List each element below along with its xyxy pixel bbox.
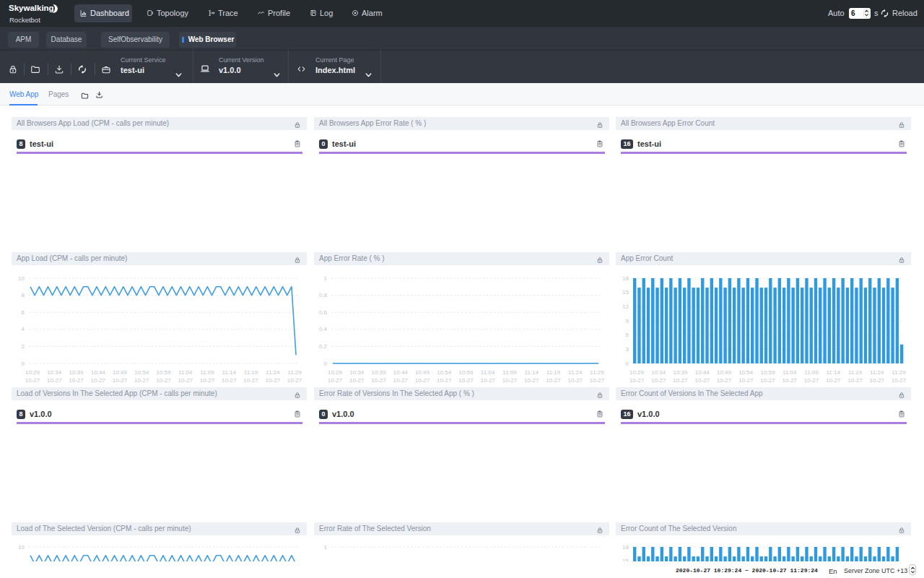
svg-text:10-27: 10-27	[651, 377, 666, 384]
svg-text:6: 6	[22, 309, 25, 316]
svg-text:10-27: 10-27	[892, 377, 907, 384]
svg-text:10-27: 10-27	[415, 377, 430, 384]
svg-text:10:29: 10:29	[629, 369, 645, 376]
svg-text:10-27: 10-27	[287, 377, 302, 384]
svg-text:0.4: 0.4	[319, 326, 328, 332]
svg-text:10-27: 10-27	[568, 377, 583, 384]
svg-text:10-27: 10-27	[590, 377, 605, 384]
svg-text:11:09: 11:09	[804, 369, 819, 376]
svg-text:10-27: 10-27	[156, 377, 171, 384]
svg-text:0.8: 0.8	[319, 292, 328, 298]
svg-text:10:54: 10:54	[134, 369, 149, 376]
svg-text:10-27: 10-27	[695, 377, 710, 384]
svg-text:11:04: 11:04	[783, 369, 797, 376]
svg-text:11:14: 11:14	[524, 369, 539, 376]
svg-text:10:54: 10:54	[738, 369, 754, 376]
svg-text:0: 0	[626, 361, 629, 367]
svg-text:10:29: 10:29	[25, 369, 40, 376]
svg-text:11:19: 11:19	[848, 369, 863, 376]
svg-text:10:59: 10:59	[760, 369, 775, 376]
svg-text:10-27: 10-27	[481, 377, 496, 384]
svg-text:10:59: 10:59	[458, 369, 474, 376]
svg-text:8: 8	[22, 292, 25, 298]
svg-text:11:04: 11:04	[481, 369, 495, 376]
svg-text:10:34: 10:34	[47, 369, 62, 376]
svg-text:10:49: 10:49	[415, 369, 430, 376]
svg-text:18: 18	[622, 544, 629, 551]
svg-text:10-27: 10-27	[629, 377, 645, 384]
svg-text:11:29: 11:29	[892, 369, 906, 376]
svg-text:10-27: 10-27	[266, 377, 281, 384]
svg-text:11:24: 11:24	[568, 369, 583, 376]
svg-text:10-27: 10-27	[25, 377, 40, 384]
svg-text:3: 3	[626, 346, 629, 353]
svg-text:10-27: 10-27	[738, 377, 754, 384]
svg-text:10-27: 10-27	[178, 377, 193, 384]
svg-text:10-27: 10-27	[243, 377, 258, 384]
svg-text:11:19: 11:19	[244, 369, 258, 376]
svg-text:10-27: 10-27	[673, 377, 688, 384]
svg-text:10-27: 10-27	[437, 377, 452, 384]
svg-text:11:09: 11:09	[502, 369, 517, 376]
svg-text:10:29: 10:29	[328, 369, 343, 376]
svg-text:10:39: 10:39	[69, 369, 84, 376]
svg-text:10-27: 10-27	[91, 377, 106, 384]
svg-text:11:09: 11:09	[200, 369, 214, 376]
svg-text:10:39: 10:39	[673, 369, 688, 376]
svg-text:10-27: 10-27	[349, 377, 365, 384]
svg-text:10:34: 10:34	[651, 369, 666, 376]
svg-text:11:29: 11:29	[590, 369, 604, 376]
svg-text:10-27: 10-27	[826, 377, 841, 384]
svg-text:11:29: 11:29	[287, 369, 302, 376]
svg-text:12: 12	[622, 303, 629, 310]
svg-text:11:19: 11:19	[546, 369, 561, 376]
svg-text:6: 6	[626, 332, 629, 338]
svg-text:10-27: 10-27	[760, 377, 775, 384]
svg-text:10-27: 10-27	[546, 377, 561, 384]
svg-text:10:54: 10:54	[437, 369, 452, 376]
svg-text:10-27: 10-27	[134, 377, 149, 384]
svg-text:11:14: 11:14	[222, 369, 236, 376]
svg-text:10: 10	[18, 275, 25, 282]
svg-text:1: 1	[324, 544, 328, 551]
svg-text:10-27: 10-27	[502, 377, 518, 384]
svg-text:11:24: 11:24	[870, 369, 884, 376]
svg-text:10-27: 10-27	[458, 377, 474, 384]
svg-text:10-27: 10-27	[393, 377, 409, 384]
svg-text:0.2: 0.2	[319, 343, 328, 350]
svg-text:10:44: 10:44	[91, 369, 106, 376]
svg-text:10-27: 10-27	[783, 377, 798, 384]
svg-text:10-27: 10-27	[870, 377, 885, 384]
svg-text:10:49: 10:49	[113, 369, 128, 376]
svg-text:10-27: 10-27	[371, 377, 386, 384]
svg-text:10-27: 10-27	[847, 377, 863, 384]
svg-text:10-27: 10-27	[69, 377, 84, 384]
svg-text:10:39: 10:39	[371, 369, 386, 376]
svg-text:11:04: 11:04	[178, 369, 193, 376]
svg-text:10-27: 10-27	[804, 377, 819, 384]
svg-text:10:34: 10:34	[349, 369, 365, 376]
svg-text:10-27: 10-27	[113, 377, 128, 384]
svg-text:10:59: 10:59	[156, 369, 171, 376]
svg-text:10-27: 10-27	[200, 377, 215, 384]
svg-text:2: 2	[22, 343, 25, 350]
svg-text:4: 4	[22, 326, 25, 332]
svg-text:10-27: 10-27	[47, 377, 62, 384]
svg-text:10-27: 10-27	[328, 377, 343, 384]
svg-text:11:24: 11:24	[266, 369, 280, 376]
svg-text:0: 0	[324, 361, 328, 367]
svg-text:10-27: 10-27	[717, 377, 732, 384]
svg-text:1: 1	[324, 275, 328, 282]
svg-text:10: 10	[18, 544, 25, 551]
svg-text:15: 15	[622, 289, 629, 296]
svg-text:10:44: 10:44	[695, 369, 710, 376]
svg-text:9: 9	[626, 318, 629, 324]
svg-text:10:44: 10:44	[393, 369, 409, 376]
svg-text:18: 18	[622, 275, 629, 282]
svg-text:10-27: 10-27	[222, 377, 237, 384]
svg-text:0.6: 0.6	[319, 309, 328, 316]
svg-text:10-27: 10-27	[524, 377, 539, 384]
svg-text:11:14: 11:14	[826, 369, 840, 376]
svg-text:0: 0	[22, 361, 25, 367]
svg-text:10:49: 10:49	[717, 369, 732, 376]
